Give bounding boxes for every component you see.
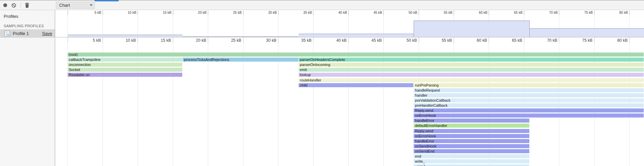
gridline (68, 15, 68, 37)
record-icon (3, 3, 7, 7)
ruler-tick (559, 10, 559, 15)
profile-name: Profile 1 (13, 31, 42, 36)
ruler-tick-label: 55 kB (429, 11, 452, 14)
ruler-tick (454, 37, 454, 43)
ruler-tick-label: 40 kB (322, 38, 347, 43)
ruler-tick-label: 45 kB (357, 38, 382, 43)
flame-bar-parseronincoming[interactable]: parserOnIncoming (299, 63, 644, 67)
ruler-tick (138, 10, 138, 15)
flame-chart-pane: 5 kB10 kB15 kB20 kB25 kB30 kB35 kB40 kB4… (55, 10, 644, 166)
ruler-tick-label: 30 kB (252, 38, 276, 43)
flame-bar-handlerequest[interactable]: handleRequest (414, 88, 644, 92)
ruler-tick-label: 60 kB (464, 11, 487, 14)
flame-bar-emit[interactable]: emit (299, 68, 644, 72)
ruler-tick (278, 10, 278, 15)
ruler-tick-label: 55 kB (427, 38, 452, 43)
sidebar-section-sampling-profiles: SAMPLING PROFILES (4, 24, 44, 28)
flame-bar-onsendend[interactable]: onSendEnd (414, 149, 529, 153)
overview-band (414, 21, 530, 37)
page-title: Profiles (4, 14, 18, 19)
ruler-tick (138, 37, 138, 43)
flame-bar-defaulterrorhandler[interactable]: defaultErrorHandler (414, 124, 529, 128)
view-mode-value: Chart (59, 3, 90, 8)
ruler-tick-label: 25 kB (217, 38, 241, 43)
ruler-tick (103, 37, 103, 43)
sidebar: Profiles SAMPLING PROFILES % Profile 1 S… (0, 10, 55, 166)
flame-bar-onsendhook[interactable]: onSendHook (414, 144, 529, 148)
ruler-tick (173, 37, 173, 43)
ruler-tick-label: 75 kB (569, 11, 593, 14)
ruler-tick (313, 37, 313, 43)
profiler-panel: Chart Profiles SAMPLING PROFILES % Profi… (0, 0, 644, 166)
overview-band (299, 34, 414, 37)
profile-grid-icon: % (4, 31, 10, 36)
save-profile-link[interactable]: Save (42, 31, 52, 36)
flame-bar-onerrorhook[interactable]: onErrorHook (414, 134, 529, 138)
svg-text:%: % (7, 33, 9, 36)
flame-bar-parseronheaderscomplete[interactable]: parserOnHeadersComplete (299, 58, 644, 62)
flame-bar-handleerror[interactable]: handleError (414, 119, 529, 123)
ruler-tick-label: 80 kB (604, 11, 628, 14)
flame-bar-socket[interactable]: Socket (68, 68, 182, 72)
ruler-tick (208, 37, 208, 43)
ruler-tick-label: 65 kB (497, 38, 522, 43)
ruler-tick (489, 10, 489, 15)
flame-bar-readable.on[interactable]: Readable.on (68, 73, 182, 77)
flame-bar-onerrorhook[interactable]: onErrorHook (414, 113, 644, 118)
ruler-tick-label: 60 kB (462, 38, 487, 43)
flame-bar-child[interactable]: child (299, 83, 413, 87)
record-button[interactable] (1, 0, 9, 10)
ruler-tick-label: 35 kB (288, 11, 312, 14)
ruler-tick-label: 30 kB (253, 11, 277, 14)
toolbar: Chart (0, 0, 644, 10)
flame-bar-write_[interactable]: write_ (414, 159, 529, 163)
ruler-tick (383, 37, 384, 43)
overview-band (68, 35, 183, 37)
flame-bar-callbacktrampoline[interactable]: callbackTrampoline (68, 58, 182, 62)
flame-bar-handler[interactable]: handler (414, 93, 644, 97)
ruler-tick-label: 5 kB (76, 38, 101, 43)
ruler-tick (629, 10, 630, 15)
flame-bar-prevalidationcallback[interactable]: preValidationCallback (414, 98, 644, 102)
ruler-tick (524, 37, 524, 43)
flamechart-ruler: 5 kB10 kB15 kB20 kB25 kB30 kB35 kB40 kB4… (55, 37, 644, 43)
flamechart-body: (root)callbackTrampolineprocessTicksAndR… (55, 43, 644, 166)
memory-overview[interactable] (55, 15, 644, 37)
gridline (278, 15, 278, 37)
toolbar-separator (21, 3, 21, 8)
flame-bar-end[interactable]: end (414, 154, 529, 158)
ruler-tick (243, 10, 243, 15)
ruler-tick (173, 10, 173, 15)
flame-bar-onconnection[interactable]: onconnection (68, 63, 182, 67)
clear-button[interactable] (10, 0, 18, 10)
ruler-tick-label: 20 kB (181, 38, 206, 43)
ruler-tick-label: 75 kB (568, 38, 593, 43)
active-tab-indicator (94, 0, 119, 1)
flame-bar-routehandler[interactable]: routeHandler (299, 78, 644, 82)
ruler-tick (68, 37, 68, 43)
flame-bar-reply.send[interactable]: Reply.send (414, 129, 529, 133)
chevron-down-icon (90, 4, 92, 6)
ruler-tick (208, 10, 208, 15)
ruler-tick-label: 10 kB (111, 38, 136, 43)
flame-bar-prehandlercallback[interactable]: preHandlerCallback (414, 103, 644, 107)
flame-bar-root[interactable]: (root) (68, 53, 644, 57)
delete-profile-button[interactable] (23, 0, 31, 10)
flame-bar-runpreparsing[interactable]: runPreParsing (414, 83, 644, 87)
ruler-tick (454, 10, 454, 15)
flame-bar-_send[interactable]: _send (414, 164, 529, 166)
sidebar-item-profile-1[interactable]: % Profile 1 Save (0, 29, 55, 38)
ruler-tick-label: 70 kB (534, 11, 558, 14)
ruler-tick (524, 10, 524, 15)
flame-bar-processticksandrejections[interactable]: processTicksAndRejections (183, 58, 298, 62)
ruler-tick (629, 37, 630, 43)
ruler-tick (419, 37, 419, 43)
flame-bar-handleerror[interactable]: handleError (414, 139, 529, 143)
flame-bar-lookup[interactable]: lookup (299, 73, 644, 77)
flame-bar-reply.send[interactable]: Reply.send (414, 108, 644, 112)
gridline (103, 15, 103, 37)
view-mode-select[interactable]: Chart (56, 2, 95, 9)
ruler-tick-label: 50 kB (392, 38, 417, 43)
ruler-tick-label: 35 kB (287, 38, 311, 43)
clear-icon (11, 3, 16, 8)
